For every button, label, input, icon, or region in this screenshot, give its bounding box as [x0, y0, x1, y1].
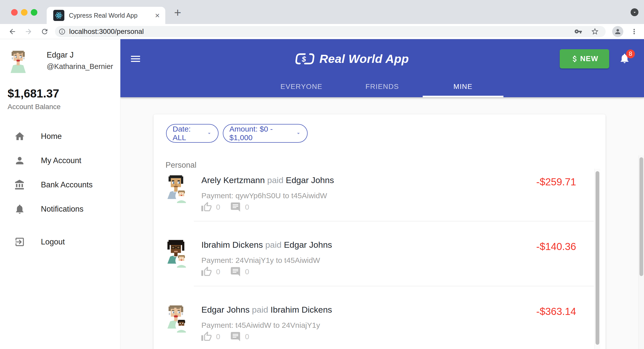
page-scrollbar[interactable]: [638, 155, 644, 349]
logout-icon: [14, 236, 25, 247]
notification-count-badge: 8: [626, 49, 635, 58]
window-zoom-button[interactable]: [31, 9, 37, 16]
bell-icon: [14, 204, 25, 215]
forward-button[interactable]: [23, 26, 34, 37]
home-icon: [14, 131, 25, 142]
browser-window: Cypress Real World App × + localhost:300…: [0, 0, 644, 349]
feed-tabs: EVERYONE FRIENDS MINE: [120, 76, 644, 97]
transaction-row[interactable]: Edgar Johns paid Ibrahim Dickens Payment…: [153, 304, 594, 349]
browser-profile-button[interactable]: [612, 26, 623, 37]
back-button[interactable]: [7, 26, 18, 37]
address-bar[interactable]: localhost:3000/personal: [55, 26, 606, 37]
new-transaction-button[interactable]: NEW: [560, 49, 609, 68]
comments-count: 0: [245, 203, 249, 211]
tab-mine[interactable]: MINE: [423, 76, 503, 97]
window-close-button[interactable]: [11, 9, 18, 16]
page-scrollbar-thumb[interactable]: [639, 157, 643, 276]
comment-icon[interactable]: [230, 266, 241, 277]
account-balance-label: Account Balance: [8, 103, 61, 111]
svg-text:$: $: [302, 55, 306, 63]
feed-group-label: Personal: [166, 161, 196, 170]
user-avatar: [10, 50, 27, 73]
transaction-meta: 0 0: [201, 331, 249, 342]
row-divider: [194, 221, 594, 221]
reload-icon: [41, 28, 49, 36]
url-text: localhost:3000/personal: [69, 28, 144, 36]
tab-close-icon[interactable]: ×: [155, 11, 160, 19]
browser-menu-button[interactable]: [628, 26, 640, 37]
site-info-icon[interactable]: [59, 28, 66, 35]
transaction-title: Arely Kertzmann paid Edgar Johns: [201, 175, 334, 185]
receiver-name[interactable]: Edgar Johns: [284, 240, 332, 250]
tab-everyone[interactable]: EVERYONE: [261, 76, 342, 97]
action-text: paid: [265, 240, 281, 250]
tab-friends[interactable]: FRIENDS: [342, 76, 423, 97]
password-key-icon[interactable]: [574, 28, 582, 35]
action-text: paid: [267, 175, 283, 185]
feed-content: Date: ALL Amount: $0 - $1,000 Personal: [120, 97, 644, 349]
receiver-avatar: [175, 254, 187, 268]
transaction-title: Ibrahim Dickens paid Edgar Johns: [201, 240, 332, 250]
thumbs-up-icon[interactable]: [201, 331, 212, 342]
comments-count: 0: [245, 332, 249, 341]
tab-label: EVERYONE: [280, 83, 322, 91]
thumbs-up-icon[interactable]: [201, 202, 212, 213]
menu-button[interactable]: [129, 53, 142, 65]
likes-count: 0: [216, 332, 220, 341]
tab-label: FRIENDS: [365, 83, 399, 91]
dollar-icon: [571, 55, 579, 63]
transaction-meta: 0 0: [201, 202, 249, 213]
sidebar-item-notifications[interactable]: Notifications: [0, 197, 120, 221]
sidebar-item-logout[interactable]: Logout: [0, 230, 120, 254]
sender-name[interactable]: Edgar Johns: [201, 305, 250, 314]
comment-icon[interactable]: [230, 202, 241, 213]
sender-name[interactable]: Arely Kertzmann: [201, 175, 265, 185]
amount-filter-chip[interactable]: Amount: $0 - $1,000: [223, 124, 308, 143]
amount-filter-label: Amount: $0 - $1,000: [229, 125, 291, 142]
date-filter-label: Date: ALL: [173, 125, 202, 142]
transaction-avatars: [166, 239, 188, 268]
transaction-avatars: [166, 175, 188, 204]
tab-title: Cypress Real World App: [69, 12, 138, 19]
new-tab-button[interactable]: +: [174, 6, 181, 19]
transactions-card: Date: ALL Amount: $0 - $1,000 Personal: [153, 114, 606, 349]
app-title: Real World App: [319, 52, 409, 66]
transaction-row[interactable]: Ibrahim Dickens paid Edgar Johns Payment…: [153, 239, 594, 293]
receiver-name[interactable]: Edgar Johns: [286, 175, 334, 185]
list-scrollbar-thumb[interactable]: [596, 171, 599, 345]
window-minimize-button[interactable]: [21, 9, 28, 16]
thumbs-up-icon[interactable]: [201, 266, 212, 277]
sidebar-item-bank-accounts[interactable]: Bank Accounts: [0, 173, 120, 197]
receiver-name[interactable]: Ibrahim Dickens: [271, 305, 332, 314]
transaction-description: Payment: 24VniajY1y to t45AiwidW: [201, 256, 320, 265]
app-header: $ Real World App NEW 8: [120, 39, 644, 97]
sidebar-item-home[interactable]: Home: [0, 124, 120, 148]
transaction-description: Payment: qywYp6hS0U to t45AiwidW: [201, 191, 327, 200]
transaction-description: Payment: t45AiwidW to 24VniajY1y: [201, 321, 320, 330]
reload-button[interactable]: [39, 26, 50, 37]
comments-count: 0: [245, 267, 249, 276]
transaction-row[interactable]: Arely Kertzmann paid Edgar Johns Payment…: [153, 175, 594, 228]
comment-icon[interactable]: [230, 331, 241, 342]
list-scrollbar[interactable]: [594, 169, 600, 349]
sidebar-item-my-account[interactable]: My Account: [0, 148, 120, 173]
browser-titlebar: Cypress Real World App × +: [0, 0, 644, 24]
main-area: $ Real World App NEW 8: [120, 39, 644, 349]
rwa-logo-icon: $: [293, 52, 315, 66]
bookmark-star-icon[interactable]: [591, 27, 599, 36]
chevron-down-icon: [206, 130, 212, 137]
tab-search-button[interactable]: [631, 8, 638, 16]
transaction-avatars: [166, 304, 188, 333]
sidebar-item-label: Logout: [41, 237, 65, 246]
date-filter-chip[interactable]: Date: ALL: [166, 124, 219, 143]
sidebar-user-name: Edgar J: [47, 51, 74, 60]
transaction-title: Edgar Johns paid Ibrahim Dickens: [201, 305, 332, 315]
notifications-button[interactable]: 8: [619, 53, 631, 65]
receiver-avatar: [175, 189, 187, 203]
sidebar: Edgar J @Katharina_Bernier $1,681.37 Acc…: [0, 39, 120, 349]
account-balance-value: $1,681.37: [8, 87, 59, 100]
sender-name[interactable]: Ibrahim Dickens: [201, 240, 263, 250]
transaction-amount: -$259.71: [536, 176, 576, 188]
sidebar-item-label: Bank Accounts: [41, 180, 93, 189]
browser-tab[interactable]: Cypress Real World App ×: [47, 7, 165, 24]
